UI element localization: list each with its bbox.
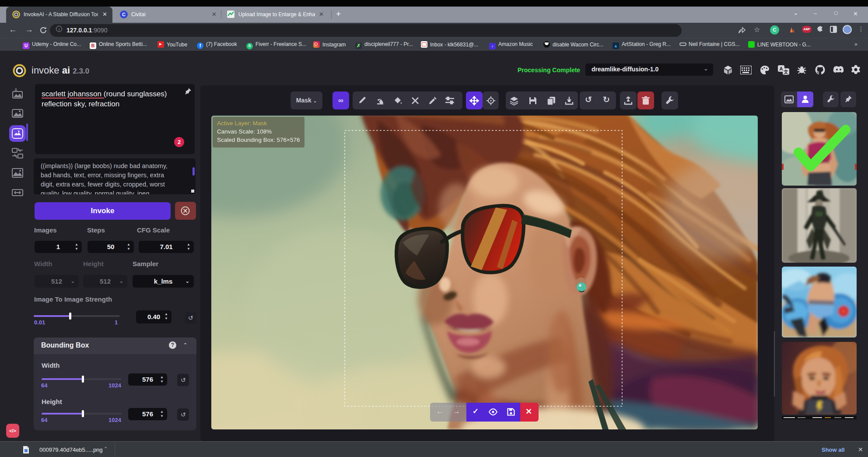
svg-text:A: A	[780, 66, 783, 71]
svg-text:文: 文	[783, 69, 788, 74]
